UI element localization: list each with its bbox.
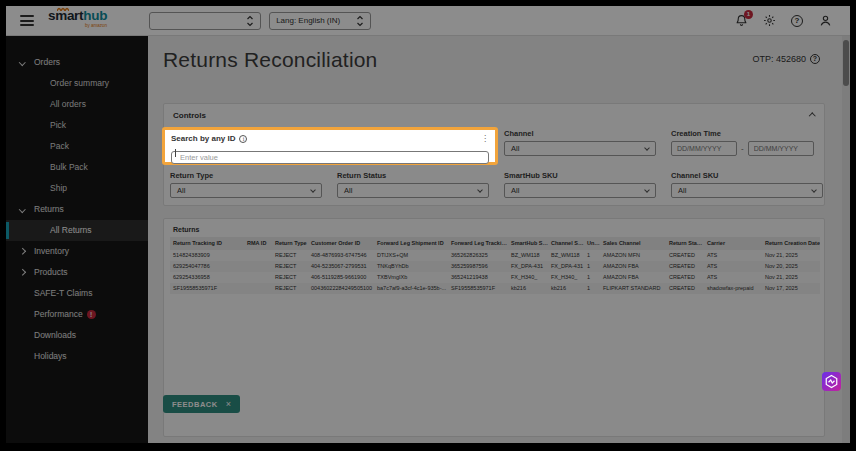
settings-gear-icon[interactable] bbox=[762, 14, 776, 28]
creation-time-from-input[interactable] bbox=[671, 141, 737, 156]
chevrons-up-down-icon bbox=[246, 15, 254, 27]
sidebar-item-label: SAFE-T Claims bbox=[34, 283, 92, 304]
info-icon[interactable]: i bbox=[239, 135, 247, 143]
otp-value: OTP: 452680 bbox=[752, 54, 806, 64]
cell: TXBVmgIXb bbox=[374, 272, 448, 283]
sidebar-item-label: Pick bbox=[50, 115, 66, 136]
chevron-down-icon bbox=[19, 59, 25, 65]
table-row[interactable]: 514824383909REJECT408-4876993-6747546DTI… bbox=[170, 250, 820, 261]
return-type-value: All bbox=[177, 186, 185, 195]
account-select[interactable] bbox=[149, 12, 261, 30]
cell: REJECT bbox=[272, 272, 308, 283]
sidebar-item-order-summary[interactable]: Order summary bbox=[6, 73, 148, 94]
help-icon[interactable]: ? bbox=[790, 14, 804, 28]
channel-filter: Channel All bbox=[504, 129, 656, 156]
chevron-down-icon bbox=[19, 206, 25, 212]
returns-header: Returns bbox=[173, 226, 199, 233]
sidebar-item-downloads[interactable]: Downloads bbox=[6, 325, 148, 346]
cell: shadowfax-prepaid bbox=[704, 283, 762, 294]
cell: kb216 bbox=[508, 283, 548, 294]
cell: FX_DPA-431 bbox=[508, 261, 548, 272]
column-header: Return Creation Date bbox=[762, 237, 820, 250]
screenshot-frame: smarthub by amazon Lang: English (IN) 1 … bbox=[0, 0, 856, 451]
sidebar-item-pack[interactable]: Pack bbox=[6, 136, 148, 157]
alert-badge: ! bbox=[87, 310, 96, 319]
feedback-button[interactable]: FEEDBACK × bbox=[163, 395, 240, 413]
cell: kb216 bbox=[548, 283, 584, 294]
sidebar-item-pick[interactable]: Pick bbox=[6, 115, 148, 136]
column-header: Units bbox=[584, 237, 600, 250]
sidebar-item-orders[interactable]: Orders bbox=[6, 52, 148, 73]
channel-filter-select[interactable]: All bbox=[504, 141, 656, 156]
channel-sku-filter: Channel SKU All bbox=[671, 171, 823, 198]
notifications-bell-icon[interactable]: 1 bbox=[734, 14, 748, 28]
sidebar-item-bulk-pack[interactable]: Bulk Pack bbox=[6, 157, 148, 178]
controls-header: Controls bbox=[173, 111, 206, 120]
sidebar-item-safe-t-claims[interactable]: SAFE-T Claims bbox=[6, 283, 148, 304]
table-row[interactable]: SF19558535971FREJECT00436022284249505100… bbox=[170, 283, 820, 294]
vertical-ellipsis-icon[interactable]: ⋮ bbox=[481, 135, 489, 143]
date-range-separator: - bbox=[741, 144, 744, 153]
cell: SF19558535971F bbox=[170, 283, 244, 294]
return-status-select[interactable]: All bbox=[337, 183, 489, 198]
cell bbox=[244, 272, 272, 283]
cell: 1 bbox=[584, 261, 600, 272]
creation-time-to-input[interactable] bbox=[748, 141, 814, 156]
return-type-select[interactable]: All bbox=[170, 183, 322, 198]
browser-extension-icon[interactable] bbox=[822, 372, 841, 391]
otp-display: OTP: 452680 ? bbox=[752, 54, 820, 64]
chevrons-up-down-icon bbox=[356, 15, 364, 27]
sidebar-item-label: All Returns bbox=[50, 220, 92, 241]
return-type-filter: Return Type All bbox=[170, 171, 322, 198]
sidebar-item-performance[interactable]: Performance! bbox=[6, 304, 148, 325]
search-label: Search by any ID bbox=[171, 134, 235, 143]
vertical-scrollbar[interactable] bbox=[842, 36, 850, 443]
returns-panel: Returns Return Tracking ID RMA ID Return… bbox=[163, 218, 825, 437]
column-header: Return Tracking ID bbox=[170, 237, 244, 250]
cell: Nov 17, 2025 bbox=[762, 283, 820, 294]
sidebar-nav: Orders Order summary All orders Pick Pac… bbox=[6, 36, 148, 443]
table-row[interactable]: 629254047786REJECT404-5235067-2799531TNK… bbox=[170, 261, 820, 272]
smarthub-app: smarthub by amazon Lang: English (IN) 1 … bbox=[6, 6, 850, 443]
creation-time-filter: Creation Time - bbox=[671, 129, 814, 156]
chevron-down-icon bbox=[644, 187, 650, 193]
hamburger-menu-icon[interactable] bbox=[20, 13, 34, 29]
column-header: Sales Channel bbox=[600, 237, 666, 250]
sidebar-item-products[interactable]: Products bbox=[6, 262, 148, 283]
sidebar-item-holidays[interactable]: Holidays bbox=[6, 346, 148, 367]
chevron-down-icon bbox=[310, 187, 316, 193]
cell: Nov 20, 2025 bbox=[762, 261, 820, 272]
cell: FX_H340_ bbox=[508, 272, 548, 283]
cell: REJECT bbox=[272, 283, 308, 294]
channel-sku-select[interactable]: All bbox=[671, 183, 823, 198]
sidebar-item-all-orders[interactable]: All orders bbox=[6, 94, 148, 115]
sidebar-item-inventory[interactable]: Inventory bbox=[6, 241, 148, 262]
table-header-row: Return Tracking ID RMA ID Return Type Cu… bbox=[170, 237, 820, 250]
user-account-icon[interactable] bbox=[818, 14, 832, 28]
smarthub-sku-select[interactable]: All bbox=[504, 183, 656, 198]
smarthub-sku-label: SmartHub SKU bbox=[504, 171, 656, 180]
channel-sku-value: All bbox=[678, 186, 686, 195]
sidebar-item-ship[interactable]: Ship bbox=[6, 178, 148, 199]
channel-filter-value: All bbox=[511, 144, 519, 153]
top-bar-actions: 1 ? bbox=[734, 14, 832, 28]
sidebar-item-all-returns[interactable]: All Returns bbox=[6, 220, 148, 241]
top-bar: smarthub by amazon Lang: English (IN) 1 … bbox=[6, 6, 850, 36]
smarthub-logo[interactable]: smarthub by amazon bbox=[48, 9, 107, 32]
language-select[interactable]: Lang: English (IN) bbox=[269, 12, 371, 30]
collapse-chevron-up-icon[interactable] bbox=[809, 113, 815, 119]
cell bbox=[244, 283, 272, 294]
close-icon[interactable]: × bbox=[226, 399, 232, 409]
chevron-down-icon bbox=[644, 145, 650, 151]
column-header: Channel SKU bbox=[548, 237, 584, 250]
cell: 514824383909 bbox=[170, 250, 244, 261]
search-input[interactable] bbox=[171, 151, 489, 164]
cell: 1 bbox=[584, 272, 600, 283]
otp-help-icon[interactable]: ? bbox=[810, 54, 820, 64]
scrollbar-thumb[interactable] bbox=[843, 40, 849, 86]
sidebar-item-label: Holidays bbox=[34, 346, 67, 367]
table-row[interactable]: 629254336958REJECT406-5119285-9661900TXB… bbox=[170, 272, 820, 283]
column-header: Customer Order ID bbox=[308, 237, 374, 250]
sidebar-item-returns[interactable]: Returns bbox=[6, 199, 148, 220]
sidebar-item-label: Pack bbox=[50, 136, 69, 157]
